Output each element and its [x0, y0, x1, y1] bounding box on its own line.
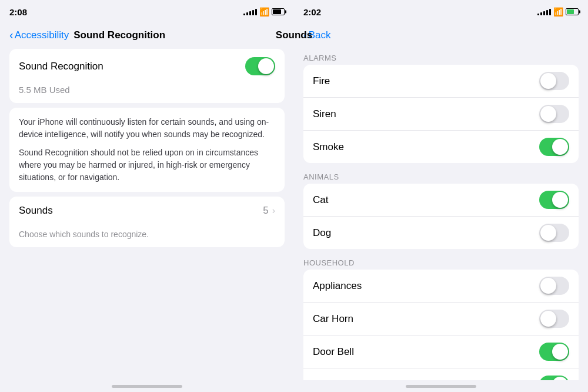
sounds-count: 5: [263, 205, 268, 217]
list-item: Smoke: [303, 131, 579, 163]
fire-label: Fire: [313, 75, 330, 87]
list-item: Door Knock: [303, 368, 579, 380]
status-bars: 2:08 📶 2:02 📶: [0, 0, 588, 24]
toggle-thumb: [540, 225, 556, 241]
list-item: Car Horn: [303, 303, 579, 335]
sound-recognition-label: Sound Recognition: [19, 61, 103, 72]
left-nav-header: ‹ Accessibility Sound Recognition: [0, 24, 294, 49]
sounds-navigation-card: Sounds 5 › Choose which sounds to recogn…: [9, 197, 285, 247]
dog-label: Dog: [313, 227, 331, 239]
left-nav-title: Sound Recognition: [74, 29, 165, 41]
left-status-icons: 📶: [243, 7, 285, 16]
smoke-label: Smoke: [313, 141, 344, 153]
alarms-section-header: ALARMS: [294, 49, 588, 65]
sound-recognition-card: Sound Recognition 5.5 MB Used: [9, 49, 285, 103]
left-home-indicator: [0, 380, 294, 392]
chevron-right-icon: ›: [272, 205, 275, 216]
toggle-thumb: [552, 192, 568, 208]
right-nav-header: ‹ Back Sounds: [294, 24, 588, 49]
battery-icon: [272, 8, 285, 15]
toggle-thumb: [540, 278, 556, 294]
info-card: Your iPhone will continuously listen for…: [9, 108, 285, 192]
home-indicator-right: [406, 385, 476, 388]
household-section-header: HOUSEHOLD: [294, 254, 588, 270]
toggle-thumb: [540, 73, 556, 89]
toggle-thumb: [552, 139, 568, 155]
right-status-icons: 📶: [537, 7, 579, 16]
sounds-row-right: 5 ›: [263, 205, 275, 217]
car-horn-label: Car Horn: [313, 313, 353, 325]
sound-recognition-row: Sound Recognition: [9, 49, 285, 84]
bottom-bars: [0, 380, 588, 392]
back-chevron-icon: ‹: [9, 28, 14, 42]
appliances-label: Appliances: [313, 280, 362, 292]
list-item: Siren: [303, 98, 579, 131]
main-content: ‹ Accessibility Sound Recognition Sound …: [0, 24, 588, 380]
right-wifi-icon: 📶: [553, 7, 563, 16]
cat-toggle[interactable]: [539, 191, 569, 209]
list-item: Fire: [303, 65, 579, 98]
info-text-1: Your iPhone will continuously listen for…: [19, 116, 275, 141]
mb-used-text: 5.5 MB Used: [9, 84, 285, 103]
list-item: Door Bell: [303, 335, 579, 368]
animals-list: Cat Dog: [303, 184, 579, 249]
left-panel: ‹ Accessibility Sound Recognition Sound …: [0, 24, 294, 380]
door-bell-toggle[interactable]: [539, 343, 569, 361]
siren-toggle[interactable]: [539, 105, 569, 123]
toggle-thumb: [540, 106, 556, 122]
list-item: Appliances: [303, 270, 579, 303]
right-nav-title: Sounds: [294, 29, 312, 41]
sounds-label: Sounds: [19, 205, 53, 217]
car-horn-toggle[interactable]: [539, 310, 569, 328]
accessibility-back-button[interactable]: Accessibility: [15, 29, 69, 41]
toggle-thumb: [540, 311, 556, 327]
toggle-thumb: [552, 344, 568, 360]
right-panel: ‹ Back Sounds ALARMS Fire Siren Smoke: [294, 24, 588, 380]
left-time: 2:08: [9, 7, 27, 17]
siren-label: Siren: [313, 108, 336, 120]
choose-text: Choose which sounds to recognize.: [9, 225, 285, 247]
sound-recognition-toggle[interactable]: [245, 57, 275, 75]
toggle-thumb: [258, 58, 274, 74]
dog-toggle[interactable]: [539, 224, 569, 242]
right-battery-icon: [566, 8, 579, 15]
list-item: Dog: [303, 217, 579, 249]
left-status-bar: 2:08 📶: [0, 0, 294, 24]
right-signal-icon: [537, 9, 551, 15]
info-text-2: Sound Recognition should not be relied u…: [19, 147, 275, 184]
animals-section-header: ANIMALS: [294, 168, 588, 184]
appliances-toggle[interactable]: [539, 277, 569, 295]
list-item: Cat: [303, 184, 579, 217]
right-time: 2:02: [303, 7, 321, 17]
door-knock-toggle[interactable]: [539, 376, 569, 380]
right-status-bar: 2:02 📶: [294, 0, 588, 24]
cat-label: Cat: [313, 194, 328, 206]
right-home-indicator: [294, 380, 588, 392]
signal-icon: [243, 9, 257, 15]
fire-toggle[interactable]: [539, 72, 569, 90]
sounds-row[interactable]: Sounds 5 ›: [9, 197, 285, 225]
smoke-toggle[interactable]: [539, 138, 569, 156]
door-bell-label: Door Bell: [313, 346, 354, 358]
home-indicator-left: [112, 385, 182, 388]
toggle-thumb: [552, 377, 568, 380]
alarms-list: Fire Siren Smoke: [303, 65, 579, 163]
household-list: Appliances Car Horn Door Bell Door Knock: [303, 270, 579, 380]
wifi-icon: 📶: [259, 7, 269, 16]
